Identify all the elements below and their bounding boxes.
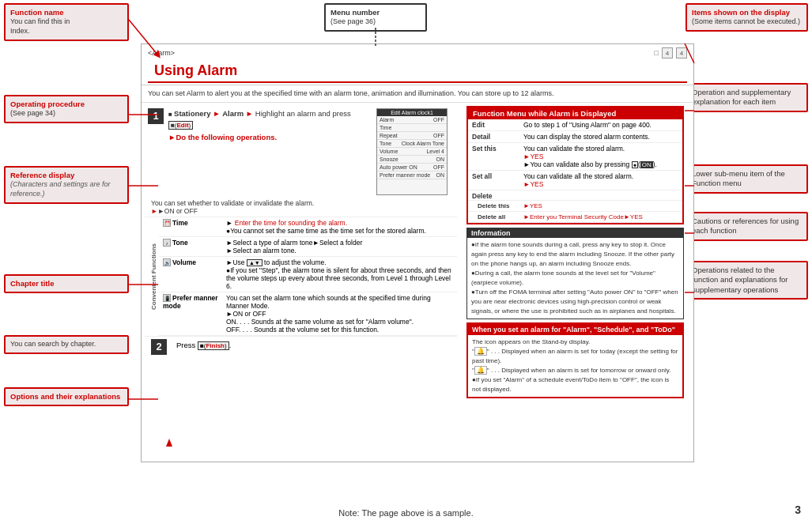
- when-section: When you set an alarm for "Alarm", "Sche…: [466, 322, 684, 398]
- step1-button: ■(Edit): [168, 121, 193, 130]
- cautions-label: Cautions or references for using each fu…: [692, 217, 802, 236]
- annotation-lower-submenu: Lower sub-menu item of the Function menu: [685, 164, 808, 194]
- func-setall-label: Set all: [468, 170, 519, 190]
- search-chapter-label: You can search by chapter.: [10, 340, 123, 349]
- step2-number: 2: [151, 339, 167, 355]
- screen-row-volume: VolumeLevel 4: [377, 148, 447, 156]
- tone-action2: ►Select an alarm tone.: [226, 247, 453, 254]
- step1-number: 1: [148, 108, 164, 124]
- info-bullet2: ●During a call, the alarm tone sounds at…: [471, 269, 679, 288]
- screen-mockup: Edit Alarm clock1 AlarmOFF Time RepeatOF…: [376, 108, 448, 195]
- func-row-detail: Detail You can display the stored alarm …: [468, 130, 682, 142]
- step1-arrow1: ►: [213, 109, 222, 118]
- func-setall-desc: You can validate all the stored alarm. ►…: [519, 170, 682, 190]
- ref-display-subtitle: (Characters and settings are for referen…: [10, 180, 123, 198]
- ref-row-time: ⏰Time ► Enter the time for sounding the …: [159, 217, 457, 237]
- screen-row-time: Time: [377, 124, 447, 132]
- step1-icon: ■: [168, 111, 174, 118]
- function-menu-section: Function Menu while Alarm is Displayed E…: [466, 106, 684, 224]
- doc-title: Using Alarm: [148, 60, 687, 83]
- func-deleteall-label: Delete all: [468, 211, 519, 222]
- annotation-options: Options and their explanations: [4, 387, 129, 406]
- func-edit-label: Edit: [468, 119, 519, 131]
- lower-sub-label: Lower sub-menu item of the Function menu: [692, 169, 802, 189]
- ref-table: ⏰Time ► Enter the time for sounding the …: [159, 217, 457, 336]
- page-number: 3: [795, 503, 801, 516]
- prefer-manner-icon: 📳: [163, 294, 171, 302]
- time-action1: ► Enter the time for sounding the alarm.: [226, 219, 453, 227]
- doc-menu-number: □: [655, 49, 659, 57]
- op-supp-label: Operation and supplementary explanation …: [692, 88, 802, 107]
- volume-action2: ●If you set "Step", the alarm tone is si…: [226, 266, 453, 290]
- step1-do: ►Do the following operations.: [168, 133, 277, 141]
- op-proc-title: Operating procedure: [10, 100, 123, 109]
- bottom-note: Note: The page above is a sample.: [338, 508, 473, 518]
- doc-header: <Alarm> □ 4 4 Using Alarm: [142, 44, 693, 85]
- ops-related-label: Operations related to the function and e…: [692, 266, 802, 295]
- document-area: <Alarm> □ 4 4 Using Alarm You can set Al…: [141, 43, 694, 462]
- func-row-deletethis: Delete this ►YES: [468, 200, 682, 211]
- alarm-validate-row: You can set whether to validate or inval…: [145, 198, 457, 217]
- func-setthis-label: Set this: [468, 142, 519, 170]
- func-detail-desc: You can display the stored alarm content…: [519, 130, 682, 142]
- func-row-setall: Set all You can validate all the stored …: [468, 170, 682, 190]
- ref-display-title: Reference display: [10, 171, 123, 180]
- prefer-manner-text: You can set the alarm tone which sounds …: [226, 294, 453, 310]
- annotation-chapter-title: Chapter title: [4, 274, 129, 293]
- tone-icon: ♪: [163, 239, 171, 247]
- func-row-delete: Delete: [468, 190, 682, 200]
- info-bullet1: ●If the alarm tone sounds during a call,…: [471, 240, 679, 269]
- annotation-search-chapter: You can search by chapter.: [4, 335, 129, 354]
- func-delete-label: Delete: [468, 190, 682, 200]
- screen-row-repeat: RepeatOFF: [377, 132, 447, 140]
- annotation-reference-display: Reference display (Characters and settin…: [4, 166, 129, 204]
- step1-stationery: Stationery: [174, 109, 210, 118]
- func-name-title: Function name: [10, 8, 123, 17]
- when-content: The icon appears on the Stand-by display…: [468, 335, 682, 397]
- annotation-operating-procedure: Operating procedure (See page 34): [4, 95, 129, 123]
- annotation-cautions: Cautions or references for using each fu…: [685, 212, 808, 241]
- when-header: When you set an alarm for "Alarm", "Sche…: [468, 324, 682, 335]
- func-deletethis-action: ►YES: [519, 200, 682, 211]
- volume-icon: 🔊: [163, 258, 171, 266]
- annotation-items-shown: Items shown on the display (Some items c…: [685, 3, 808, 32]
- info-header: Information: [467, 228, 683, 238]
- tone-action1: ►Select a type of alarm tone►Select a fo…: [226, 239, 453, 247]
- prefer-manner-action: ►ON or OFF: [226, 310, 453, 318]
- screen-row-snooze: SnoozeON: [377, 156, 447, 164]
- op-proc-subtitle: (See page 34): [10, 109, 123, 119]
- step1-arrow2: ►: [246, 109, 255, 118]
- alarm-category-label: <Alarm>: [148, 49, 175, 57]
- func-name-line1: You can find this in: [10, 17, 123, 27]
- func-deleteall-action: ►Enter you Terminal Security Code►YES: [519, 211, 682, 222]
- icon-four-right: 4: [676, 47, 687, 58]
- step1-alarm: Alarm: [222, 109, 244, 118]
- info-bullet3: ●Turn off the FOMA terminal after settin…: [471, 288, 679, 316]
- func-row-deleteall: Delete all ►Enter you Terminal Security …: [468, 211, 682, 222]
- menu-num-subtitle: (See page 36): [330, 17, 421, 27]
- items-shown-subtitle: (Some items cannot be executed.): [692, 17, 802, 27]
- alarm-validate-action: ►►ON or OFF: [151, 207, 451, 215]
- func-name-line2: Index.: [10, 27, 123, 36]
- when-line3: "🔔" . . . Displayed when an alarm is set…: [472, 366, 678, 375]
- screen-row-autopower: Auto power ONOFF: [377, 164, 447, 172]
- ref-row-tone: ♪Tone ►Select a type of alarm tone►Selec…: [159, 236, 457, 256]
- func-edit-desc: Go to step 1 of "Using Alarm" on page 40…: [519, 119, 682, 131]
- annotation-menu-number: Menu number (See page 36): [324, 3, 427, 32]
- convenient-functions-label: Convenient Functions: [150, 243, 157, 310]
- step1-content: ■ Stationery ► Alarm ► Highlight an alar…: [168, 108, 376, 144]
- func-menu-table: Edit Go to step 1 of "Using Alarm" on pa…: [468, 119, 682, 223]
- prefer-manner-on: ON. . . . Sounds at the same volume as s…: [226, 318, 453, 326]
- time-action2: ●You cannot set the same time as the tim…: [226, 227, 453, 235]
- ref-row-prefer-manner: 📳Prefer manner mode You can set the alar…: [159, 292, 457, 335]
- func-row-edit: Edit Go to step 1 of "Using Alarm" on pa…: [468, 119, 682, 131]
- screen-row-alarm: AlarmOFF: [377, 116, 447, 124]
- info-section: Information ●If the alarm tone sounds du…: [466, 228, 684, 319]
- time-icon: ⏰: [163, 219, 171, 227]
- options-label: Options and their explanations: [10, 392, 123, 401]
- volume-action1: ►Use ▲▼ to adjust the volume.: [226, 258, 453, 266]
- doc-intro: You can set Alarm to alert you at the sp…: [142, 85, 693, 103]
- alarm-validate-text: You can set whether to validate or inval…: [151, 199, 451, 207]
- annotation-function-name: Function name You can find this in Index…: [4, 3, 129, 41]
- screen-row-prefer: Prefer manner modeON: [377, 172, 447, 179]
